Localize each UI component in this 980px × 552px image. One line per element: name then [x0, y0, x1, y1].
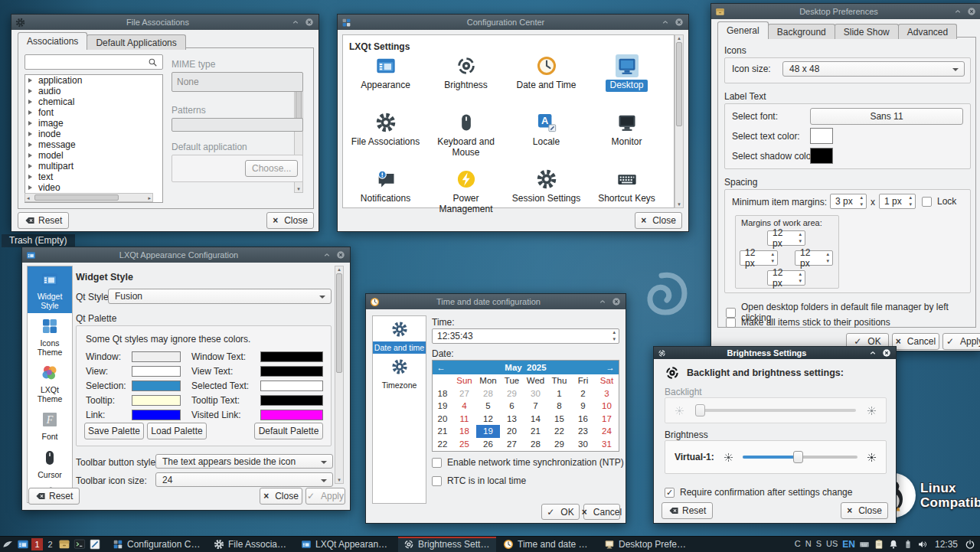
speaker-icon[interactable]: [917, 539, 928, 550]
expand-icon[interactable]: [28, 89, 34, 93]
task-button-file-associations[interactable]: File Associations: [208, 537, 294, 552]
task-button-lxqt-appearance-co[interactable]: LXQt Appearance Co...: [296, 537, 397, 552]
icon-size-select[interactable]: 48 x 48: [782, 61, 965, 77]
calendar-prev-icon[interactable]: ←: [433, 363, 449, 372]
qt-style-select[interactable]: Fusion: [108, 289, 332, 304]
mime-tree[interactable]: applicationaudiochemicalfontimageinodeme…: [24, 74, 163, 203]
config-item-desktop[interactable]: Desktop: [586, 53, 667, 109]
calendar-day-20[interactable]: 20: [500, 425, 524, 438]
close-button[interactable]: [881, 348, 892, 358]
calendar-day-15[interactable]: 15: [547, 413, 571, 426]
color-swatch[interactable]: [260, 351, 323, 362]
titlebar-appearance[interactable]: LXQt Appearance Configuration: [22, 247, 350, 263]
desktop-switcher-1[interactable]: 1: [31, 538, 43, 550]
battery-icon[interactable]: [903, 539, 913, 550]
calendar-day-14[interactable]: 14: [524, 413, 547, 426]
calendar-day-4[interactable]: 4: [452, 400, 476, 413]
color-swatch[interactable]: [260, 410, 323, 420]
reset-button[interactable]: Reset: [28, 488, 80, 505]
calendar-day-19[interactable]: 19: [476, 425, 500, 438]
config-item-locale[interactable]: Locale: [506, 109, 586, 166]
tray-indicator-s[interactable]: S: [816, 539, 822, 550]
calendar-grid[interactable]: SunMonTueWedThuFriSat1827282930123194567…: [433, 374, 619, 450]
choose-button[interactable]: Choose...: [245, 160, 298, 177]
apply-button[interactable]: Apply: [942, 333, 980, 350]
brightness-slider[interactable]: [743, 456, 858, 459]
calendar-day-27[interactable]: 27: [452, 387, 476, 400]
work-margin-bottom-spinner[interactable]: 12 px: [767, 270, 805, 286]
tray-indicator-c[interactable]: C: [795, 539, 801, 550]
calendar-day-29[interactable]: 29: [547, 438, 571, 451]
apply-button[interactable]: Apply: [305, 488, 345, 505]
panel-scrollbar[interactable]: ▴▾: [675, 34, 684, 208]
calendar-day-28[interactable]: 28: [476, 387, 500, 400]
lock-checkbox[interactable]: [922, 197, 932, 207]
ntp-row[interactable]: Enable network time synchronization (NTP…: [432, 457, 624, 468]
calendar-day-1[interactable]: 1: [547, 387, 571, 400]
confirm-checkbox[interactable]: ✓: [665, 488, 675, 498]
tree-item-font[interactable]: font: [25, 107, 162, 118]
taskbar-clock[interactable]: 12:35: [935, 539, 958, 550]
titlebar-file-associations[interactable]: File Associations: [11, 15, 318, 30]
minimize-button[interactable]: [597, 296, 608, 307]
tree-horizontal-scrollbar[interactable]: ◂▸: [24, 193, 153, 202]
calendar-day-18[interactable]: 18: [452, 425, 476, 438]
close-button[interactable]: Close: [266, 212, 314, 229]
sidebar-item-date-and-time[interactable]: Date and time: [373, 316, 426, 354]
task-button-configuration-center[interactable]: Configuration Center: [107, 537, 207, 552]
work-margin-top-spinner[interactable]: 12 px: [767, 230, 805, 246]
calendar-day-26[interactable]: 26: [476, 438, 500, 451]
tree-item-chemical[interactable]: chemical: [25, 96, 162, 107]
config-item-date-and-time[interactable]: Date and Time: [506, 53, 586, 109]
config-item-keyboard-and-mouse[interactable]: Keyboard and Mouse: [426, 109, 506, 166]
task-button-desktop-preferences[interactable]: Desktop Preferences: [599, 537, 694, 552]
calendar-day-16[interactable]: 16: [571, 413, 595, 426]
calendar-day-6[interactable]: 6: [500, 400, 524, 413]
calendar-day-21[interactable]: 21: [524, 425, 547, 438]
minimize-button[interactable]: [290, 17, 301, 28]
tree-item-model[interactable]: model: [25, 150, 162, 161]
expand-icon[interactable]: [28, 164, 34, 168]
rtc-checkbox[interactable]: [432, 476, 442, 486]
minimize-button[interactable]: [660, 17, 671, 28]
calendar-day-24[interactable]: 24: [595, 425, 619, 438]
close-button[interactable]: Close: [635, 212, 682, 229]
expand-icon[interactable]: [28, 132, 34, 136]
editor-launcher[interactable]: [87, 537, 103, 552]
sidebar-item-widget-style[interactable]: Widget Style: [28, 266, 72, 313]
color-swatch[interactable]: [132, 381, 181, 391]
backlight-slider[interactable]: [695, 409, 856, 412]
toolbar-style-select[interactable]: The text appears beside the icon: [155, 454, 333, 469]
appearance-scrollbar[interactable]: ▴▾: [335, 266, 344, 484]
close-button[interactable]: Close: [260, 488, 302, 505]
ntp-checkbox[interactable]: [432, 458, 442, 468]
desktop-icon-trash-label[interactable]: Trash (Empty): [2, 234, 75, 247]
config-item-monitor[interactable]: Monitor: [586, 109, 667, 166]
sidebar-item-lxqt-theme[interactable]: LXQt Theme: [28, 360, 72, 407]
terminal-launcher[interactable]: [72, 537, 87, 552]
calendar-day-23[interactable]: 23: [571, 425, 595, 438]
config-item-appearance[interactable]: Appearance: [345, 53, 426, 109]
text-color-swatch[interactable]: [810, 128, 833, 144]
tray-indicator-en[interactable]: EN: [842, 539, 855, 550]
work-margin-right-spinner[interactable]: 12 px: [795, 250, 833, 266]
margin-width-spinner[interactable]: 3 px: [830, 194, 867, 209]
titlebar-configuration-center[interactable]: Configuration Center: [338, 15, 688, 30]
titlebar-time-date[interactable]: Time and date configuration: [366, 294, 626, 309]
cancel-button[interactable]: Cancel: [892, 333, 939, 350]
close-button[interactable]: [304, 17, 315, 28]
task-button-time-and-date-config[interactable]: Time and date config...: [498, 537, 597, 552]
show-desktop-button[interactable]: [15, 537, 31, 552]
close-button[interactable]: [966, 6, 977, 17]
save-palette-button[interactable]: Save Palette: [84, 423, 144, 439]
tree-item-application[interactable]: application: [25, 75, 162, 86]
calendar-day-12[interactable]: 12: [476, 413, 500, 426]
tree-item-image[interactable]: image: [25, 118, 162, 129]
expand-icon[interactable]: [28, 110, 34, 115]
color-swatch[interactable]: [132, 410, 181, 420]
tree-item-video[interactable]: video: [25, 182, 162, 193]
calendar[interactable]: ← May 2025 → SunMonTueWedThuFriSat182728…: [432, 360, 619, 452]
color-swatch[interactable]: [260, 395, 323, 406]
config-item-session-settings[interactable]: Session Settings: [506, 166, 586, 223]
cancel-button[interactable]: Cancel: [583, 504, 620, 520]
